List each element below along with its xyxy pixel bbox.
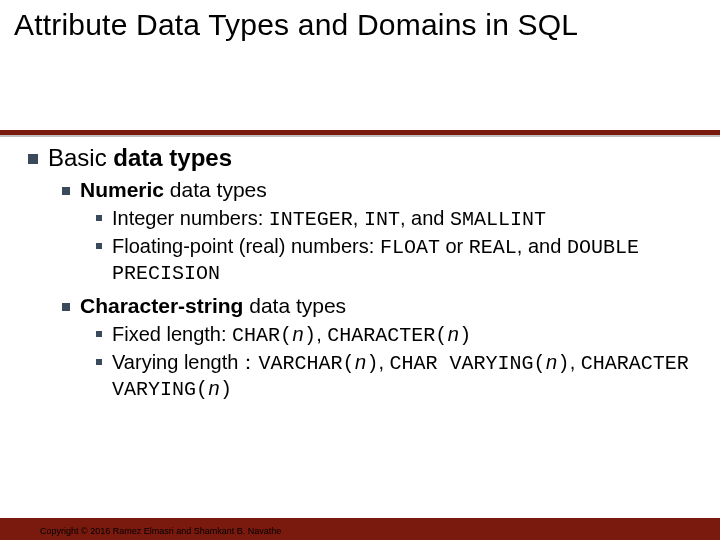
bullet-text: Floating-point (real) numbers: FLOAT or … — [112, 234, 692, 286]
text-numeric: Numeric — [80, 178, 164, 201]
text-plain: data types — [164, 178, 267, 201]
code-text: ) — [558, 352, 570, 375]
slide: { "title": "Attribute Data Types and Dom… — [0, 0, 720, 540]
code-italic: n — [546, 352, 558, 375]
code-text: FLOAT — [380, 236, 440, 259]
code-text: ) — [366, 352, 378, 375]
bullet-lvl3-varying: Varying length：VARCHAR(n), CHAR VARYING(… — [96, 350, 692, 402]
bullet-lvl1-basic: Basic data types — [28, 144, 692, 172]
code-text: ： — [238, 352, 258, 375]
text-plain: , — [353, 207, 364, 229]
bullet-text: Varying length：VARCHAR(n), CHAR VARYING(… — [112, 350, 692, 402]
code-text: CHAR VARYING( — [390, 352, 546, 375]
slide-body: Basic data types Numeric data types Inte… — [28, 144, 692, 404]
text-plain: Varying length — [112, 351, 238, 373]
text-basic: Basic — [48, 144, 107, 171]
bullet-lvl3-fixed: Fixed length: CHAR(n), CHARACTER(n) — [96, 322, 692, 348]
code-text: CHAR( — [232, 324, 292, 347]
accent-bar-shadow — [0, 135, 720, 137]
bullet-text: Character-string data types — [80, 294, 346, 318]
code-text: REAL — [469, 236, 517, 259]
text-datatypes: data types — [107, 144, 232, 171]
code-text: INTEGER — [269, 208, 353, 231]
text-plain: , and — [400, 207, 450, 229]
bullet-square-icon — [96, 243, 102, 249]
bullet-lvl2-charstring: Character-string data types — [62, 294, 692, 318]
code-text: INT — [364, 208, 400, 231]
text-plain: , and — [517, 235, 567, 257]
code-italic: n — [447, 324, 459, 347]
code-text: ) — [304, 324, 316, 347]
bullet-square-icon — [96, 331, 102, 337]
code-text: VARCHAR( — [258, 352, 354, 375]
text-plain: Fixed length: — [112, 323, 232, 345]
text-plain: data types — [243, 294, 346, 317]
text-charstring: Character-string — [80, 294, 243, 317]
code-text: CHARACTER( — [327, 324, 447, 347]
code-italic: n — [292, 324, 304, 347]
bullet-square-icon — [62, 303, 70, 311]
copyright-text: Copyright © 2016 Ramez Elmasri and Shamk… — [40, 526, 281, 536]
code-text: ) — [220, 378, 232, 401]
text-plain: , — [378, 351, 389, 373]
slide-title: Attribute Data Types and Domains in SQL — [0, 0, 720, 43]
text-plain: or — [440, 235, 469, 257]
bullet-lvl2-numeric: Numeric data types — [62, 178, 692, 202]
bullet-text: Fixed length: CHAR(n), CHARACTER(n) — [112, 322, 471, 348]
code-italic: n — [354, 352, 366, 375]
bullet-square-icon — [28, 154, 38, 164]
bullet-lvl3-float: Floating-point (real) numbers: FLOAT or … — [96, 234, 692, 286]
bullet-square-icon — [96, 215, 102, 221]
bullet-text: Numeric data types — [80, 178, 267, 202]
code-text: SMALLINT — [450, 208, 546, 231]
bullet-text: Integer numbers: INTEGER, INT, and SMALL… — [112, 206, 546, 232]
bullet-text: Basic data types — [48, 144, 232, 172]
text-plain: , — [570, 351, 581, 373]
bullet-square-icon — [62, 187, 70, 195]
bullet-lvl3-integer: Integer numbers: INTEGER, INT, and SMALL… — [96, 206, 692, 232]
text-plain: , — [316, 323, 327, 345]
bullet-square-icon — [96, 359, 102, 365]
text-plain: Floating-point (real) numbers: — [112, 235, 380, 257]
code-italic: n — [208, 378, 220, 401]
text-plain: Integer numbers: — [112, 207, 269, 229]
slide-number: Slide 6- 17 — [628, 521, 692, 536]
code-text: ) — [459, 324, 471, 347]
